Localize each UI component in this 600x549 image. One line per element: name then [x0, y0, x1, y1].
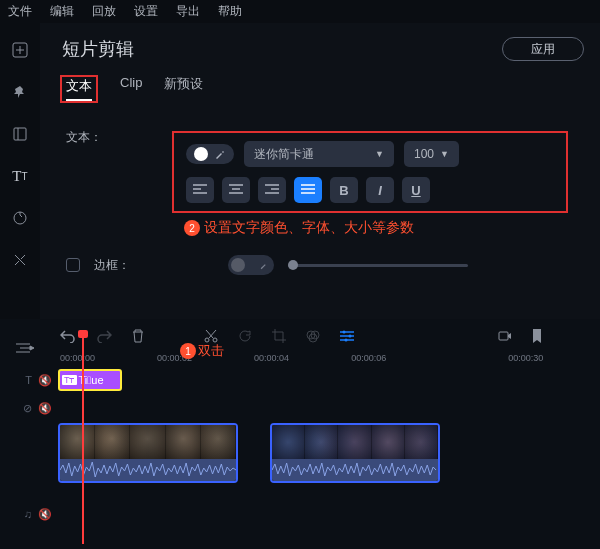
text-track-icon[interactable]: T — [25, 374, 32, 387]
underline-button[interactable]: U — [402, 177, 430, 203]
time-ruler[interactable]: 00:00:00 00:00:02 00:00:04 00:00:06 00:0… — [0, 349, 600, 367]
mute-icon[interactable]: 🔇 — [38, 508, 52, 521]
playhead[interactable] — [82, 334, 84, 544]
time-mark: 00:00:06 — [351, 353, 386, 363]
audio-track: ♫ 🔇 — [4, 501, 600, 527]
title-clip-icon: Tᴛ — [62, 375, 77, 385]
italic-button[interactable]: I — [366, 177, 394, 203]
menu-export[interactable]: 导出 — [176, 3, 200, 20]
time-icon[interactable] — [11, 209, 29, 227]
annotation-1: 1 双击 — [180, 342, 224, 360]
text-label: 文本： — [66, 129, 102, 146]
cut-button[interactable] — [204, 329, 218, 343]
border-label: 边框： — [94, 257, 130, 274]
annotation-badge-1: 1 — [180, 343, 196, 359]
clip-waveform — [272, 459, 438, 481]
svg-rect-11 — [499, 332, 508, 340]
menu-file[interactable]: 文件 — [8, 3, 32, 20]
delete-button[interactable] — [132, 329, 144, 343]
left-toolbar: TT — [0, 23, 40, 319]
video-track — [58, 423, 600, 483]
color-adjust-button[interactable] — [306, 329, 320, 343]
annotation-2: 2 设置文字颜色、字体、大小等参数 — [184, 219, 578, 237]
align-right-button[interactable] — [258, 177, 286, 203]
properties-panel: 短片剪辑 应用 文本 Clip 新预设 文本： 迷你简卡通 ▼ 100 ▼ — [40, 23, 600, 319]
text-settings-highlight: 迷你简卡通 ▼ 100 ▼ B I U — [172, 131, 568, 213]
annotation-text-2: 设置文字颜色、字体、大小等参数 — [204, 219, 414, 237]
clip-thumbnails — [60, 425, 236, 459]
video-clip-2[interactable] — [270, 423, 440, 483]
svg-point-10 — [345, 339, 348, 342]
border-checkbox[interactable] — [66, 258, 80, 272]
title-clip[interactable]: Tᴛ Ti ue — [58, 369, 122, 391]
bold-button[interactable]: B — [330, 177, 358, 203]
tab-clip[interactable]: Clip — [120, 75, 142, 103]
crop-button[interactable] — [272, 329, 286, 343]
font-value: 迷你简卡通 — [254, 146, 314, 163]
rotate-button[interactable] — [238, 329, 252, 343]
apply-button[interactable]: 应用 — [502, 37, 584, 61]
tab-text[interactable]: 文本 — [66, 78, 92, 101]
clip-thumbnails — [272, 425, 438, 459]
record-button[interactable] — [498, 329, 512, 343]
size-select[interactable]: 100 ▼ — [404, 141, 459, 167]
pin-icon[interactable] — [11, 83, 29, 101]
time-mark: 00:00:04 — [254, 353, 289, 363]
undo-button[interactable] — [60, 329, 76, 343]
color-toggle[interactable] — [186, 144, 234, 164]
video-track-header: ⊘ 🔇 — [4, 399, 600, 417]
menu-bar: 文件 编辑 回放 设置 导出 帮助 — [0, 0, 600, 23]
redo-button[interactable] — [96, 329, 112, 343]
mute-icon[interactable]: 🔇 — [38, 402, 52, 415]
time-mark: 00:00:30 — [508, 353, 543, 363]
filters-button[interactable] — [340, 330, 354, 342]
menu-help[interactable]: 帮助 — [218, 3, 242, 20]
align-justify-button[interactable] — [294, 177, 322, 203]
add-track-button[interactable] — [16, 342, 34, 354]
border-width-slider[interactable] — [288, 264, 468, 267]
border-color-toggle[interactable] — [228, 255, 274, 275]
annotation-badge-2: 2 — [184, 220, 200, 236]
tabs: 文本 Clip 新预设 — [62, 75, 578, 103]
add-icon[interactable] — [11, 41, 29, 59]
menu-settings[interactable]: 设置 — [134, 3, 158, 20]
panel-title: 短片剪辑 — [62, 37, 578, 61]
align-center-button[interactable] — [222, 177, 250, 203]
tab-highlight: 文本 — [60, 75, 98, 103]
annotation-text-1: 双击 — [198, 342, 224, 360]
time-mark: 00:00:00 — [60, 353, 95, 363]
link-icon[interactable]: ⊘ — [23, 402, 32, 415]
timeline-toolbar — [0, 319, 600, 349]
music-icon[interactable]: ♫ — [24, 508, 32, 521]
color-swatch — [194, 147, 208, 161]
align-left-button[interactable] — [186, 177, 214, 203]
eyedropper-icon — [259, 260, 269, 270]
clip-waveform — [60, 459, 236, 481]
video-clip-1[interactable] — [58, 423, 238, 483]
mute-icon[interactable]: 🔇 — [38, 374, 52, 387]
eyedropper-icon — [214, 148, 226, 160]
size-value: 100 — [414, 147, 434, 161]
font-select[interactable]: 迷你简卡通 ▼ — [244, 141, 394, 167]
marker-button[interactable] — [532, 329, 544, 343]
svg-rect-1 — [14, 128, 26, 140]
tools-icon[interactable] — [11, 251, 29, 269]
svg-point-9 — [349, 335, 352, 338]
title-track: T 🔇 Tᴛ Ti ue — [4, 367, 600, 393]
menu-edit[interactable]: 编辑 — [50, 3, 74, 20]
chevron-down-icon: ▼ — [440, 149, 449, 159]
text-icon[interactable]: TT — [11, 167, 29, 185]
menu-playback[interactable]: 回放 — [92, 3, 116, 20]
timeline: 00:00:00 00:00:02 00:00:04 00:00:06 00:0… — [0, 319, 600, 549]
svg-point-8 — [343, 331, 346, 334]
tab-preset[interactable]: 新预设 — [164, 75, 203, 103]
panel-icon[interactable] — [11, 125, 29, 143]
chevron-down-icon: ▼ — [375, 149, 384, 159]
